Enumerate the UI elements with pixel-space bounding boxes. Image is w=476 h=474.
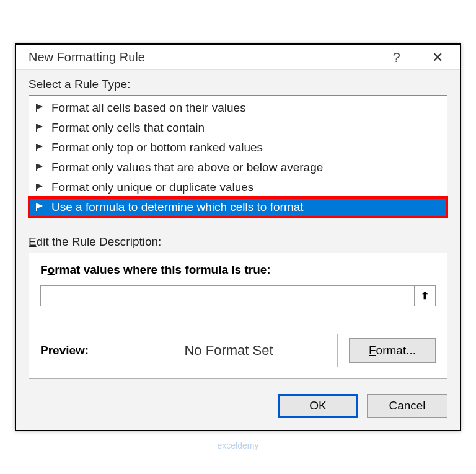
- titlebar: New Formatting Rule ? ✕: [16, 45, 460, 70]
- rule-type-item[interactable]: Format only top or bottom ranked values: [29, 138, 447, 158]
- flag-icon: [35, 144, 45, 151]
- rule-type-list: Format all cells based on their values F…: [29, 95, 447, 218]
- dialog-body: Select a Rule Type: Format all cells bas…: [16, 70, 460, 430]
- close-button[interactable]: ✕: [425, 50, 450, 66]
- dialog-button-row: OK Cancel: [29, 394, 447, 418]
- flag-icon: [35, 203, 45, 211]
- flag-icon: [35, 124, 45, 132]
- rule-type-item[interactable]: Format only unique or duplicate values: [29, 177, 447, 197]
- flag-icon: [35, 164, 45, 171]
- formula-input-row: ⬆: [40, 285, 436, 306]
- select-rule-type-label: Select a Rule Type:: [29, 78, 447, 91]
- formula-label: Format values where this formula is true…: [40, 263, 436, 277]
- edit-rule-box: Format values where this formula is true…: [29, 253, 447, 379]
- rule-type-item-selected[interactable]: Use a formula to determine which cells t…: [29, 197, 447, 217]
- cancel-button[interactable]: Cancel: [367, 394, 447, 418]
- help-button[interactable]: ?: [387, 50, 407, 66]
- new-formatting-rule-dialog: New Formatting Rule ? ✕ Select a Rule Ty…: [15, 43, 461, 431]
- edit-rule-description-label: Edit the Rule Description:: [29, 235, 447, 249]
- watermark: exceldemy: [218, 440, 259, 450]
- ok-button[interactable]: OK: [278, 394, 358, 418]
- preview-box: No Format Set: [120, 334, 338, 367]
- dialog-title: New Formatting Rule: [29, 50, 387, 65]
- format-button[interactable]: Format...: [349, 338, 436, 363]
- flag-icon: [35, 184, 45, 191]
- rule-type-item[interactable]: Format only values that are above or bel…: [29, 158, 447, 177]
- preview-label: Preview:: [40, 344, 108, 357]
- rule-type-item[interactable]: Format all cells based on their values: [29, 98, 447, 118]
- preview-row: Preview: No Format Set Format...: [40, 334, 436, 367]
- range-picker-button[interactable]: ⬆: [414, 286, 435, 306]
- flag-icon: [35, 104, 45, 112]
- rule-type-item[interactable]: Format only cells that contain: [29, 118, 447, 138]
- formula-input[interactable]: [41, 286, 414, 306]
